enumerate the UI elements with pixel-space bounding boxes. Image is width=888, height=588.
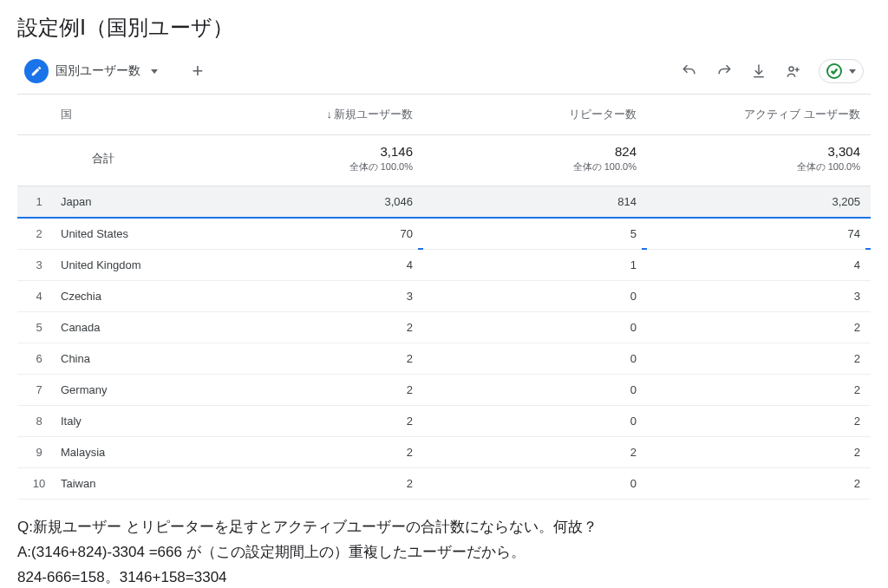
add-button[interactable]: + bbox=[182, 56, 213, 87]
header-index bbox=[17, 95, 61, 135]
status-check-chip[interactable] bbox=[819, 59, 864, 83]
table-row[interactable]: 6China202 bbox=[17, 343, 871, 375]
row-new-users: 70 bbox=[199, 218, 423, 250]
row-new-users: 2 bbox=[199, 312, 423, 343]
totals-cell-repeaters: 824 全体の 100.0% bbox=[423, 135, 647, 186]
undo-icon[interactable] bbox=[680, 62, 699, 81]
svg-point-0 bbox=[789, 67, 793, 71]
row-repeaters: 1 bbox=[423, 250, 647, 281]
table-row[interactable]: 9Malaysia222 bbox=[17, 437, 871, 468]
totals-cell-new-users: 3,146 全体の 100.0% bbox=[199, 135, 423, 186]
row-new-users: 2 bbox=[199, 468, 423, 500]
row-repeaters: 814 bbox=[423, 186, 647, 219]
row-repeaters: 5 bbox=[423, 218, 647, 250]
row-repeaters: 0 bbox=[423, 468, 647, 500]
totals-cell-active-users: 3,304 全体の 100.0% bbox=[647, 135, 871, 186]
row-index: 10 bbox=[17, 468, 61, 500]
row-index: 4 bbox=[17, 281, 61, 312]
page-title: 設定例Ⅰ（国別ユーザ） bbox=[17, 14, 871, 42]
row-index: 2 bbox=[17, 218, 61, 250]
row-active-users: 2 bbox=[647, 437, 871, 468]
table-row[interactable]: 1Japan3,0468143,205 bbox=[17, 186, 871, 219]
row-active-users: 3,205 bbox=[647, 186, 871, 219]
row-country: United Kingdom bbox=[61, 250, 199, 281]
row-new-users: 4 bbox=[199, 250, 423, 281]
header-new-users[interactable]: ↓新規ユーザー数 bbox=[199, 95, 423, 135]
row-index: 3 bbox=[17, 250, 61, 281]
download-icon[interactable] bbox=[749, 62, 768, 81]
row-country: Italy bbox=[61, 406, 199, 437]
header-country[interactable]: 国 bbox=[61, 95, 199, 135]
row-index: 6 bbox=[17, 343, 61, 375]
table-row[interactable]: 7Germany202 bbox=[17, 375, 871, 406]
totals-label: 合計 bbox=[61, 135, 199, 186]
row-new-users: 3,046 bbox=[199, 186, 423, 219]
sort-down-icon: ↓ bbox=[327, 108, 333, 121]
row-index: 8 bbox=[17, 406, 61, 437]
redo-icon[interactable] bbox=[715, 62, 734, 81]
qa-answer-2: 824-666=158。3146+158=3304 bbox=[17, 565, 871, 588]
row-country: China bbox=[61, 343, 199, 375]
row-index: 5 bbox=[17, 312, 61, 343]
row-country: Czechia bbox=[61, 281, 199, 312]
row-new-users: 2 bbox=[199, 406, 423, 437]
row-new-users: 2 bbox=[199, 375, 423, 406]
row-active-users: 2 bbox=[647, 468, 871, 500]
row-repeaters: 2 bbox=[423, 437, 647, 468]
table-row[interactable]: 5Canada202 bbox=[17, 312, 871, 343]
qa-answer-1: A:(3146+824)-3304 =666 が（この設定期間上の）重複したユー… bbox=[17, 540, 871, 565]
row-active-users: 4 bbox=[647, 250, 871, 281]
row-country: Taiwan bbox=[61, 468, 199, 500]
table-row[interactable]: 8Italy202 bbox=[17, 406, 871, 437]
header-repeaters[interactable]: リピーター数 bbox=[423, 95, 647, 135]
row-active-users: 2 bbox=[647, 375, 871, 406]
row-active-users: 2 bbox=[647, 312, 871, 343]
header-active-users[interactable]: アクティブ ユーザー数 bbox=[647, 95, 871, 135]
row-new-users: 2 bbox=[199, 343, 423, 375]
row-country: Germany bbox=[61, 375, 199, 406]
row-repeaters: 0 bbox=[423, 343, 647, 375]
row-index: 1 bbox=[17, 186, 61, 219]
edit-icon bbox=[24, 59, 49, 83]
row-index: 9 bbox=[17, 437, 61, 468]
row-new-users: 2 bbox=[199, 437, 423, 468]
row-country: United States bbox=[61, 218, 199, 250]
row-repeaters: 0 bbox=[423, 281, 647, 312]
table-header-row: 国 ↓新規ユーザー数 リピーター数 アクティブ ユーザー数 bbox=[17, 95, 871, 135]
check-icon bbox=[826, 63, 842, 79]
row-repeaters: 0 bbox=[423, 375, 647, 406]
table-row[interactable]: 3United Kingdom414 bbox=[17, 250, 871, 281]
chevron-down-icon bbox=[151, 69, 158, 74]
row-country: Japan bbox=[61, 186, 199, 219]
toolbar-actions bbox=[680, 59, 871, 83]
table-row[interactable]: 4Czechia303 bbox=[17, 281, 871, 312]
row-repeaters: 0 bbox=[423, 312, 647, 343]
share-icon[interactable] bbox=[784, 62, 803, 81]
row-country: Malaysia bbox=[61, 437, 199, 468]
row-active-users: 3 bbox=[647, 281, 871, 312]
row-new-users: 3 bbox=[199, 281, 423, 312]
data-table: 国 ↓新規ユーザー数 リピーター数 アクティブ ユーザー数 合計 3,146 全… bbox=[17, 95, 871, 500]
chevron-down-icon bbox=[849, 69, 856, 74]
row-country: Canada bbox=[61, 312, 199, 343]
row-repeaters: 0 bbox=[423, 406, 647, 437]
dimension-label: 国別ユーザー数 bbox=[56, 63, 140, 79]
table-row[interactable]: 2United States70574 bbox=[17, 218, 871, 250]
row-active-users: 74 bbox=[647, 218, 871, 250]
qa-text: Q:新規ユーザー とリピーターを足すとアクティブユーザーの合計数にならない。何故… bbox=[17, 515, 871, 588]
totals-row: 合計 3,146 全体の 100.0% 824 全体の 100.0% 3,304… bbox=[17, 135, 871, 186]
dimension-dropdown[interactable]: 国別ユーザー数 bbox=[17, 56, 165, 87]
row-active-users: 2 bbox=[647, 343, 871, 375]
toolbar: 国別ユーザー数 + bbox=[17, 56, 871, 95]
qa-question: Q:新規ユーザー とリピーターを足すとアクティブユーザーの合計数にならない。何故… bbox=[17, 515, 871, 540]
table-row[interactable]: 10Taiwan202 bbox=[17, 468, 871, 500]
row-active-users: 2 bbox=[647, 406, 871, 437]
row-index: 7 bbox=[17, 375, 61, 406]
